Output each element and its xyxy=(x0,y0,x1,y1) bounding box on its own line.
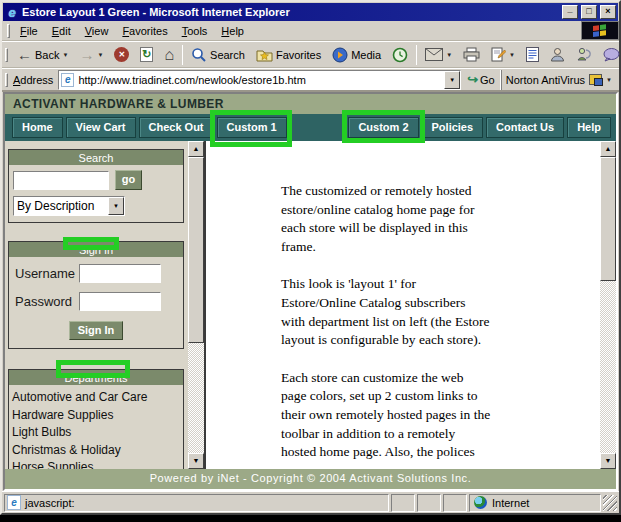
address-combo[interactable]: e http://www.triadinet.com/newlook/estor… xyxy=(58,70,461,90)
discuss-button[interactable] xyxy=(598,43,621,67)
status-pane xyxy=(443,494,467,512)
toolbar-separator xyxy=(182,45,183,65)
messenger-button[interactable] xyxy=(571,43,597,67)
media-label: Media xyxy=(351,49,381,61)
contacts-button[interactable] xyxy=(545,43,570,67)
scroll-down-icon[interactable]: ▼ xyxy=(600,453,616,469)
menu-help[interactable]: Help xyxy=(214,23,251,39)
forward-dropdown-icon[interactable]: ▼ xyxy=(97,52,103,58)
search-go-button[interactable]: go xyxy=(115,170,142,190)
maximize-button[interactable]: □ xyxy=(581,5,597,19)
scrollbar-track[interactable] xyxy=(600,281,616,453)
minimize-button[interactable]: _ xyxy=(562,5,578,19)
page-footer: Powered by iNet - Copyright © 2004 Activ… xyxy=(5,469,616,489)
username-field[interactable] xyxy=(79,264,161,283)
go-button[interactable]: ↪ Go xyxy=(461,70,501,89)
search-panel: Search go By Description ▼ xyxy=(8,149,184,223)
menu-file[interactable]: File xyxy=(13,23,45,39)
person-icon xyxy=(550,47,565,62)
scroll-down-icon[interactable]: ▼ xyxy=(188,453,204,469)
nav-custom-1[interactable]: Custom 1 xyxy=(217,117,287,138)
nav-custom-1-label: Custom 1 xyxy=(227,121,277,133)
norton-dropdown-icon[interactable]: ▼ xyxy=(606,77,612,83)
nav-custom-2[interactable]: Custom 2 xyxy=(348,117,418,138)
back-dropdown-icon[interactable]: ▼ xyxy=(62,52,68,58)
department-link[interactable]: Christmas & Holiday xyxy=(12,442,180,460)
sidebar-scrollbar[interactable]: ▲ ▼ xyxy=(188,141,204,469)
menu-favorites[interactable]: Favorites xyxy=(115,23,174,39)
scroll-up-icon[interactable]: ▲ xyxy=(188,141,204,157)
scrollbar-thumb[interactable] xyxy=(600,157,616,281)
store-navbar: Home View Cart Check Out Custom 1 Custom… xyxy=(5,114,616,141)
departments-panel: Departments Automotive and Car Care Hard… xyxy=(8,369,184,469)
print-icon xyxy=(463,47,480,62)
resize-grip[interactable] xyxy=(603,495,617,511)
menu-grip[interactable] xyxy=(7,24,10,38)
discuss-icon xyxy=(603,48,620,62)
stop-button[interactable]: ✕ xyxy=(109,43,134,67)
search-panel-title: Search xyxy=(9,150,183,165)
search-input[interactable] xyxy=(13,171,109,190)
select-dropdown-icon[interactable]: ▼ xyxy=(108,197,124,215)
back-icon: ← xyxy=(17,47,32,62)
nav-contact-us[interactable]: Contact Us xyxy=(486,117,564,138)
department-link[interactable]: Light Bulbs xyxy=(12,424,180,442)
favorites-button[interactable]: Favorites xyxy=(251,43,326,67)
browser-viewport: ACTIVANT HARDWARE & LUMBER Home View Car… xyxy=(3,92,618,491)
address-grip[interactable] xyxy=(5,73,8,87)
page-content: The customized or remotely hosted estore… xyxy=(281,182,526,462)
signin-title-text: Sign In xyxy=(79,244,113,256)
department-link[interactable]: Automotive and Car Care xyxy=(12,389,180,407)
nav-home[interactable]: Home xyxy=(12,117,63,138)
search-filter-select[interactable]: By Description ▼ xyxy=(13,196,125,216)
nav-view-cart[interactable]: View Cart xyxy=(66,117,136,138)
search-icon xyxy=(191,47,207,63)
home-button[interactable]: ⌂ xyxy=(159,43,179,67)
close-button[interactable]: × xyxy=(600,5,616,19)
edit-button[interactable]: ▼ xyxy=(486,43,520,67)
menu-edit[interactable]: Edit xyxy=(45,23,78,39)
history-button[interactable] xyxy=(387,43,413,67)
main-scrollbar[interactable]: ▲ ▼ xyxy=(600,141,616,469)
department-link[interactable]: Hardware Supplies xyxy=(12,407,180,425)
status-bar: e javascript: Internet xyxy=(2,491,619,513)
refresh-button[interactable]: ↻ xyxy=(135,43,158,67)
nav-policies[interactable]: Policies xyxy=(422,117,484,138)
password-field[interactable] xyxy=(79,292,161,311)
address-dropdown-icon[interactable]: ▼ xyxy=(444,71,460,89)
internet-globe-icon xyxy=(474,496,487,509)
address-label: Address xyxy=(11,74,58,86)
edit-dropdown-icon[interactable]: ▼ xyxy=(509,52,515,58)
scrollbar-thumb[interactable] xyxy=(188,157,204,343)
norton-icon xyxy=(589,74,602,85)
norton-antivirus-button[interactable]: Norton AntiVirus ▼ xyxy=(501,70,616,90)
nav-help[interactable]: Help xyxy=(567,117,611,138)
favorites-label: Favorites xyxy=(276,49,321,61)
mail-dropdown-icon[interactable]: ▼ xyxy=(446,52,452,58)
mail-button[interactable]: ▼ xyxy=(420,43,457,67)
print-button[interactable] xyxy=(458,43,485,67)
security-zone-pane: Internet xyxy=(469,494,601,512)
forward-button[interactable]: → ▼ xyxy=(74,43,108,67)
scrollbar-track[interactable] xyxy=(188,343,204,453)
title-bar[interactable]: e Estore Layout 1 Green - Microsoft Inte… xyxy=(3,3,618,21)
back-button[interactable]: ← Back ▼ xyxy=(12,43,73,67)
signin-panel: Sign In Username Password xyxy=(8,241,184,349)
address-url[interactable]: http://www.triadinet.com/newlook/estore1… xyxy=(74,74,444,86)
menu-tools[interactable]: Tools xyxy=(175,23,215,39)
search-button[interactable]: Search xyxy=(186,43,250,67)
nav-check-out[interactable]: Check Out xyxy=(139,117,214,138)
signin-button[interactable]: Sign In xyxy=(69,321,123,340)
media-button[interactable]: Media xyxy=(327,43,386,67)
toolbar-grip[interactable] xyxy=(5,48,8,62)
nav-custom-2-label: Custom 2 xyxy=(358,121,408,133)
document-button[interactable] xyxy=(521,43,544,67)
windows-throbber-icon xyxy=(581,21,619,40)
menu-view[interactable]: View xyxy=(78,23,116,39)
standard-toolbar: ← Back ▼ → ▼ ✕ ↻ ⌂ Search Favorites Medi… xyxy=(2,41,619,68)
content-paragraph: This look is 'layout 1' for Estore/Onlin… xyxy=(281,275,526,349)
content-paragraph: The customized or remotely hosted estore… xyxy=(281,182,526,256)
department-link[interactable]: Horse Supplies xyxy=(12,459,180,469)
back-label: Back xyxy=(35,49,59,61)
scroll-up-icon[interactable]: ▲ xyxy=(600,141,616,157)
